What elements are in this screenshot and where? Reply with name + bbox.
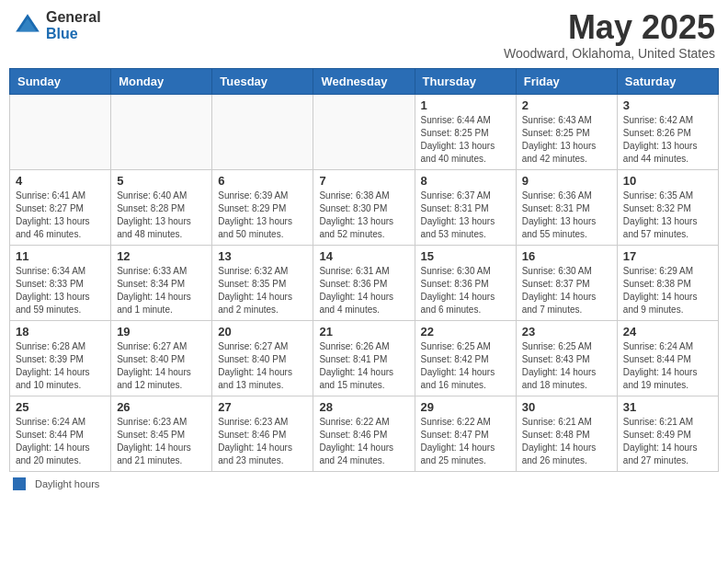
day-info: Sunrise: 6:21 AM Sunset: 8:49 PM Dayligh… (623, 416, 712, 467)
calendar-week-4: 25Sunrise: 6:24 AM Sunset: 8:44 PM Dayli… (10, 396, 719, 471)
calendar-cell (111, 94, 212, 169)
day-number: 9 (522, 174, 611, 188)
day-number: 8 (421, 174, 510, 188)
calendar-cell: 17Sunrise: 6:29 AM Sunset: 8:38 PM Dayli… (617, 245, 718, 320)
calendar-cell: 1Sunrise: 6:44 AM Sunset: 8:25 PM Daylig… (415, 94, 516, 169)
calendar-week-3: 18Sunrise: 6:28 AM Sunset: 8:39 PM Dayli… (10, 320, 719, 396)
day-info: Sunrise: 6:38 AM Sunset: 8:30 PM Dayligh… (319, 190, 408, 241)
calendar-cell: 4Sunrise: 6:41 AM Sunset: 8:27 PM Daylig… (10, 169, 111, 245)
calendar-cell: 23Sunrise: 6:25 AM Sunset: 8:43 PM Dayli… (516, 320, 617, 396)
calendar-cell: 2Sunrise: 6:43 AM Sunset: 8:25 PM Daylig… (516, 94, 617, 169)
title-block: May 2025 Woodward, Oklahoma, United Stat… (504, 9, 715, 61)
day-number: 22 (421, 325, 510, 339)
day-number: 20 (218, 325, 307, 339)
calendar-cell: 19Sunrise: 6:27 AM Sunset: 8:40 PM Dayli… (111, 320, 212, 396)
calendar-cell: 3Sunrise: 6:42 AM Sunset: 8:26 PM Daylig… (617, 94, 718, 169)
calendar-table: SundayMondayTuesdayWednesdayThursdayFrid… (9, 68, 719, 472)
day-number: 16 (522, 249, 611, 263)
calendar-dow-sunday: Sunday (10, 68, 111, 94)
day-number: 12 (117, 249, 206, 263)
day-info: Sunrise: 6:31 AM Sunset: 8:36 PM Dayligh… (319, 265, 408, 316)
calendar-cell: 13Sunrise: 6:32 AM Sunset: 8:35 PM Dayli… (212, 245, 313, 320)
day-number: 1 (421, 98, 510, 112)
day-info: Sunrise: 6:28 AM Sunset: 8:39 PM Dayligh… (16, 340, 105, 392)
day-info: Sunrise: 6:22 AM Sunset: 8:46 PM Dayligh… (319, 416, 408, 467)
calendar-cell: 12Sunrise: 6:33 AM Sunset: 8:34 PM Dayli… (111, 245, 212, 320)
calendar-cell: 28Sunrise: 6:22 AM Sunset: 8:46 PM Dayli… (313, 396, 415, 471)
day-number: 13 (218, 249, 307, 263)
calendar-dow-friday: Friday (516, 68, 617, 94)
calendar-header-row: SundayMondayTuesdayWednesdayThursdayFrid… (10, 68, 719, 94)
calendar-cell: 27Sunrise: 6:23 AM Sunset: 8:46 PM Dayli… (212, 396, 313, 471)
day-info: Sunrise: 6:39 AM Sunset: 8:29 PM Dayligh… (218, 190, 307, 241)
calendar-cell: 14Sunrise: 6:31 AM Sunset: 8:36 PM Dayli… (313, 245, 415, 320)
day-info: Sunrise: 6:43 AM Sunset: 8:25 PM Dayligh… (522, 114, 611, 166)
day-number: 11 (16, 249, 105, 263)
calendar-cell (313, 94, 415, 169)
logo-blue-text: Blue (46, 26, 101, 42)
day-number: 28 (319, 400, 408, 414)
calendar-cell: 20Sunrise: 6:27 AM Sunset: 8:40 PM Dayli… (212, 320, 313, 396)
page-header: General Blue May 2025 Woodward, Oklahoma… (9, 9, 719, 61)
calendar-cell: 26Sunrise: 6:23 AM Sunset: 8:45 PM Dayli… (111, 396, 212, 471)
calendar-cell: 21Sunrise: 6:26 AM Sunset: 8:41 PM Dayli… (313, 320, 415, 396)
calendar-dow-wednesday: Wednesday (313, 68, 415, 94)
calendar-dow-thursday: Thursday (415, 68, 516, 94)
day-info: Sunrise: 6:24 AM Sunset: 8:44 PM Dayligh… (16, 416, 105, 467)
day-info: Sunrise: 6:23 AM Sunset: 8:45 PM Dayligh… (117, 416, 206, 467)
day-info: Sunrise: 6:42 AM Sunset: 8:26 PM Dayligh… (623, 114, 712, 166)
day-info: Sunrise: 6:40 AM Sunset: 8:28 PM Dayligh… (117, 190, 206, 241)
logo-general-text: General (46, 9, 101, 26)
legend-label: Daylight hours (35, 478, 99, 489)
day-info: Sunrise: 6:33 AM Sunset: 8:34 PM Dayligh… (117, 265, 206, 316)
day-number: 17 (623, 249, 712, 263)
location-text: Woodward, Oklahoma, United States (504, 46, 715, 61)
day-number: 24 (623, 325, 712, 339)
calendar-cell: 24Sunrise: 6:24 AM Sunset: 8:44 PM Dayli… (617, 320, 718, 396)
day-number: 26 (117, 400, 206, 414)
calendar-cell (10, 94, 111, 169)
day-info: Sunrise: 6:25 AM Sunset: 8:43 PM Dayligh… (522, 340, 611, 392)
calendar-cell: 11Sunrise: 6:34 AM Sunset: 8:33 PM Dayli… (10, 245, 111, 320)
logo-text: General Blue (46, 9, 101, 41)
day-info: Sunrise: 6:34 AM Sunset: 8:33 PM Dayligh… (16, 265, 105, 316)
calendar-cell (212, 94, 313, 169)
day-number: 27 (218, 400, 307, 414)
day-info: Sunrise: 6:26 AM Sunset: 8:41 PM Dayligh… (319, 340, 408, 392)
day-number: 29 (421, 400, 510, 414)
day-info: Sunrise: 6:22 AM Sunset: 8:47 PM Dayligh… (421, 416, 510, 467)
logo-icon (13, 11, 42, 40)
day-number: 14 (319, 249, 408, 263)
day-info: Sunrise: 6:29 AM Sunset: 8:38 PM Dayligh… (623, 265, 712, 316)
calendar-cell: 5Sunrise: 6:40 AM Sunset: 8:28 PM Daylig… (111, 169, 212, 245)
month-title: May 2025 (504, 9, 715, 46)
day-number: 30 (522, 400, 611, 414)
day-number: 23 (522, 325, 611, 339)
day-info: Sunrise: 6:27 AM Sunset: 8:40 PM Dayligh… (117, 340, 206, 392)
day-number: 6 (218, 174, 307, 188)
calendar-week-1: 4Sunrise: 6:41 AM Sunset: 8:27 PM Daylig… (10, 169, 719, 245)
calendar-cell: 31Sunrise: 6:21 AM Sunset: 8:49 PM Dayli… (617, 396, 718, 471)
day-info: Sunrise: 6:35 AM Sunset: 8:32 PM Dayligh… (623, 190, 712, 241)
day-info: Sunrise: 6:25 AM Sunset: 8:42 PM Dayligh… (421, 340, 510, 392)
calendar-dow-monday: Monday (111, 68, 212, 94)
calendar-cell: 16Sunrise: 6:30 AM Sunset: 8:37 PM Dayli… (516, 245, 617, 320)
calendar-cell: 15Sunrise: 6:30 AM Sunset: 8:36 PM Dayli… (415, 245, 516, 320)
day-info: Sunrise: 6:44 AM Sunset: 8:25 PM Dayligh… (421, 114, 510, 166)
day-info: Sunrise: 6:24 AM Sunset: 8:44 PM Dayligh… (623, 340, 712, 392)
calendar-cell: 29Sunrise: 6:22 AM Sunset: 8:47 PM Dayli… (415, 396, 516, 471)
calendar-cell: 30Sunrise: 6:21 AM Sunset: 8:48 PM Dayli… (516, 396, 617, 471)
day-number: 10 (623, 174, 712, 188)
day-info: Sunrise: 6:30 AM Sunset: 8:37 PM Dayligh… (522, 265, 611, 316)
day-number: 21 (319, 325, 408, 339)
calendar-cell: 7Sunrise: 6:38 AM Sunset: 8:30 PM Daylig… (313, 169, 415, 245)
calendar-cell: 18Sunrise: 6:28 AM Sunset: 8:39 PM Dayli… (10, 320, 111, 396)
day-number: 25 (16, 400, 105, 414)
day-info: Sunrise: 6:37 AM Sunset: 8:31 PM Dayligh… (421, 190, 510, 241)
day-info: Sunrise: 6:36 AM Sunset: 8:31 PM Dayligh… (522, 190, 611, 241)
calendar-cell: 8Sunrise: 6:37 AM Sunset: 8:31 PM Daylig… (415, 169, 516, 245)
calendar-cell: 25Sunrise: 6:24 AM Sunset: 8:44 PM Dayli… (10, 396, 111, 471)
day-number: 18 (16, 325, 105, 339)
day-number: 31 (623, 400, 712, 414)
calendar-cell: 9Sunrise: 6:36 AM Sunset: 8:31 PM Daylig… (516, 169, 617, 245)
